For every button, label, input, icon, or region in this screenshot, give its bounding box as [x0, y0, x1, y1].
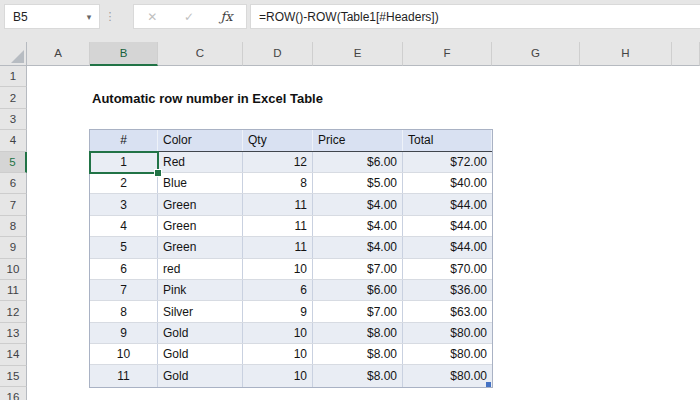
table-row-11-cell-3[interactable]: $8.00	[313, 365, 403, 386]
enter-icon[interactable]: ✓	[184, 10, 194, 24]
table-row-4-cell-3[interactable]: $4.00	[313, 216, 403, 236]
row-header-7[interactable]: 7	[0, 194, 27, 215]
table-row-7-cell-3[interactable]: $6.00	[313, 280, 403, 300]
table-row-3-cell-1[interactable]: Green	[158, 194, 243, 214]
row-header-9[interactable]: 9	[0, 237, 27, 258]
column-header-H[interactable]: H	[580, 42, 672, 66]
table-row-10-cell-1[interactable]: Gold	[158, 344, 243, 364]
table-row-11-cell-1[interactable]: Gold	[158, 365, 243, 386]
row-header-16[interactable]: 16	[0, 387, 27, 400]
table-row-1-cell-0[interactable]: 1	[90, 152, 158, 172]
row-header-11[interactable]: 11	[0, 280, 27, 301]
column-header-F[interactable]: F	[403, 42, 492, 66]
table-row-3-cell-3[interactable]: $4.00	[313, 194, 403, 214]
table-header-row-cell-3[interactable]: Price	[313, 130, 403, 150]
table-row-3-cell-4[interactable]: $44.00	[403, 194, 492, 214]
row-header-2[interactable]: 2	[0, 87, 27, 108]
table-resize-handle-icon[interactable]	[486, 382, 491, 387]
column-header-E[interactable]: E	[313, 42, 403, 66]
table-header-row-cell-1[interactable]: Color	[158, 130, 243, 150]
insert-function-icon[interactable]: ƒx	[221, 9, 233, 24]
table-row-5-cell-2[interactable]: 11	[243, 237, 313, 257]
table-row-1-cell-3[interactable]: $6.00	[313, 152, 403, 172]
table-row-8-cell-0[interactable]: 8	[90, 301, 158, 321]
table-row-8-cell-1[interactable]: Silver	[158, 301, 243, 321]
table-row-4-cell-2[interactable]: 11	[243, 216, 313, 236]
table-row-5-cell-1[interactable]: Green	[158, 237, 243, 257]
table-row-7-cell-1[interactable]: Pink	[158, 280, 243, 300]
table-row-2-cell-2[interactable]: 8	[243, 173, 313, 193]
cancel-icon[interactable]: ✕	[147, 10, 157, 24]
column-header-G[interactable]: G	[492, 42, 580, 66]
column-header-A[interactable]: A	[27, 42, 90, 66]
table-row-2-cell-1[interactable]: Blue	[158, 173, 243, 193]
table-row-6-cell-2[interactable]: 10	[243, 259, 313, 279]
table-row-8: 8Silver9$7.00$63.00	[90, 301, 492, 322]
table-row-9-cell-2[interactable]: 10	[243, 323, 313, 343]
formula-input[interactable]: =ROW()-ROW(Table1[#Headers])	[250, 4, 700, 29]
table-row-10-cell-3[interactable]: $8.00	[313, 344, 403, 364]
table-row-8-cell-3[interactable]: $7.00	[313, 301, 403, 321]
table-header-row-cell-2[interactable]: Qty	[243, 130, 313, 150]
table-row-11-cell-4[interactable]: $80.00	[403, 365, 492, 386]
sheet-title-cell[interactable]: Automatic row number in Excel Table	[92, 87, 323, 108]
table-row-1-cell-1[interactable]: Red	[158, 152, 243, 172]
column-header-partial[interactable]	[672, 42, 700, 66]
table-row-5-cell-0[interactable]: 5	[90, 237, 158, 257]
table-row-1-cell-2[interactable]: 12	[243, 152, 313, 172]
table-row-1-cell-4[interactable]: $72.00	[403, 152, 492, 172]
table-row-8-cell-4[interactable]: $63.00	[403, 301, 492, 321]
table-row-10-cell-4[interactable]: $80.00	[403, 344, 492, 364]
table-row-5-cell-4[interactable]: $44.00	[403, 237, 492, 257]
table-row-9-cell-3[interactable]: $8.00	[313, 323, 403, 343]
table-row-2-cell-4[interactable]: $40.00	[403, 173, 492, 193]
table-header-row-cell-0[interactable]: #	[90, 130, 158, 150]
row-header-12[interactable]: 12	[0, 301, 27, 322]
row-header-10[interactable]: 10	[0, 259, 27, 280]
table-row-9-cell-1[interactable]: Gold	[158, 323, 243, 343]
name-box-dropdown-icon[interactable]: ▾	[79, 12, 99, 22]
column-header-C[interactable]: C	[158, 42, 243, 66]
table-row-10-cell-2[interactable]: 10	[243, 344, 313, 364]
table-header-row-cell-4[interactable]: Total	[403, 130, 492, 150]
row-header-1[interactable]: 1	[0, 66, 27, 87]
row-header-6[interactable]: 6	[0, 173, 27, 194]
column-header-D[interactable]: D	[243, 42, 313, 66]
select-all-button[interactable]	[0, 42, 27, 66]
row-header-8[interactable]: 8	[0, 216, 27, 237]
row-header-4[interactable]: 4	[0, 130, 27, 151]
table-row-2: 2Blue8$5.00$40.00	[90, 173, 492, 194]
table-row-6-cell-1[interactable]: red	[158, 259, 243, 279]
table-row-7-cell-4[interactable]: $36.00	[403, 280, 492, 300]
table-row-3-cell-0[interactable]: 3	[90, 194, 158, 214]
table-row-9-cell-0[interactable]: 9	[90, 323, 158, 343]
table-row-5-cell-3[interactable]: $4.00	[313, 237, 403, 257]
table-row-2-cell-0[interactable]: 2	[90, 173, 158, 193]
table-row-9-cell-4[interactable]: $80.00	[403, 323, 492, 343]
table-row-6-cell-3[interactable]: $7.00	[313, 259, 403, 279]
table-row-8-cell-2[interactable]: 9	[243, 301, 313, 321]
table-row-10: 10Gold10$8.00$80.00	[90, 344, 492, 365]
row-header-15[interactable]: 15	[0, 366, 27, 387]
table-row-11-cell-2[interactable]: 10	[243, 365, 313, 386]
row-header-13[interactable]: 13	[0, 323, 27, 344]
table-row-3-cell-2[interactable]: 11	[243, 194, 313, 214]
name-box[interactable]: B5 ▾	[4, 4, 100, 29]
table-row-7-cell-2[interactable]: 6	[243, 280, 313, 300]
row-header-5[interactable]: 5	[0, 152, 27, 173]
table-row-10-cell-0[interactable]: 10	[90, 344, 158, 364]
table-row-3: 3Green11$4.00$44.00	[90, 194, 492, 215]
row-header-3[interactable]: 3	[0, 109, 27, 130]
table-row-4-cell-4[interactable]: $44.00	[403, 216, 492, 236]
table-row-11-cell-0[interactable]: 11	[90, 365, 158, 386]
table-row-7-cell-0[interactable]: 7	[90, 280, 158, 300]
table-row-6-cell-4[interactable]: $70.00	[403, 259, 492, 279]
table-row-2-cell-3[interactable]: $5.00	[313, 173, 403, 193]
row-header-14[interactable]: 14	[0, 344, 27, 365]
fill-handle[interactable]	[154, 169, 162, 177]
table-row-6-cell-0[interactable]: 6	[90, 259, 158, 279]
table-row-4: 4Green11$4.00$44.00	[90, 216, 492, 237]
column-header-B[interactable]: B	[90, 42, 158, 66]
table-row-4-cell-1[interactable]: Green	[158, 216, 243, 236]
table-row-4-cell-0[interactable]: 4	[90, 216, 158, 236]
